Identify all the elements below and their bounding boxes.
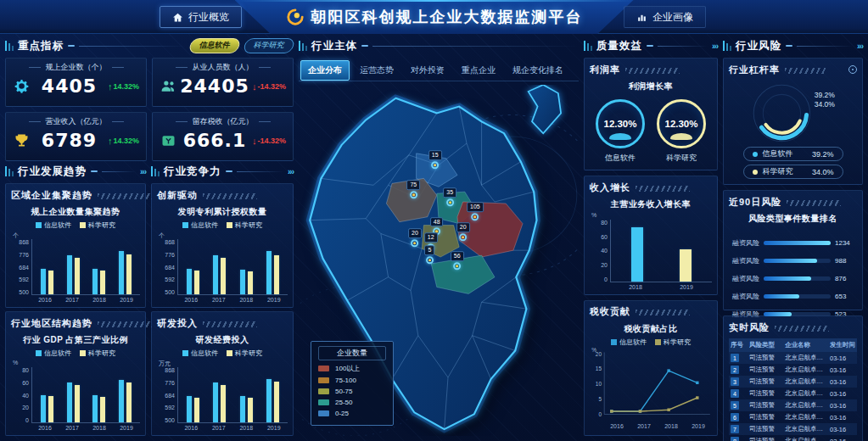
table-row[interactable]: 3司法预警北京启航卓越科技有限公司03-16	[729, 376, 857, 388]
panel-industry-competitiveness: 行业竞争力 ››› 创新驱动 发明专利累计授权数量 信息软件科学研究个86877…	[151, 163, 294, 436]
legend-dot	[753, 170, 758, 175]
chart-plot: %806040200	[11, 367, 140, 423]
chart-title: 主营业务收入增长率	[590, 198, 712, 210]
y-tick: 592	[165, 405, 175, 410]
bar	[274, 255, 279, 294]
subpanel-title: 研发投入	[157, 317, 198, 330]
risk-type-cell: 司法预警	[749, 401, 783, 410]
chart-legend: 信息软件科学研究	[157, 220, 288, 230]
marker-value: 75	[406, 180, 420, 190]
subpanel-tax-contribution: 税收贡献 税收贡献占比 信息软件科学研究%2015105020162017201…	[584, 300, 718, 436]
key-indicator-cards: 规上企业数（个）4405↑14.32%从业人员数（人）24405↓-14.32%…	[5, 58, 294, 161]
legend-swatch	[318, 388, 329, 394]
table-row[interactable]: 6司法预警北京启航卓越科技有限公司03-16	[729, 411, 857, 423]
map-marker[interactable]: 35	[443, 187, 456, 206]
chart-rnd-spend: 信息软件科学研究万元868776684592500201620172018201…	[157, 346, 288, 432]
tab-重点企业[interactable]: 重点企业	[455, 61, 502, 80]
gauge-label: 信息软件	[605, 153, 636, 164]
map-legend-item: 100以上	[318, 364, 386, 373]
nav-enterprise-portrait-button[interactable]: 企业画像	[624, 6, 706, 28]
table-row[interactable]: 2司法预警北京启航卓越科技有限公司03-16	[729, 364, 857, 376]
map-exclave[interactable]	[529, 85, 562, 133]
profit-gauge: 12.30%科学研究	[657, 99, 706, 166]
company-cell: 北京启航卓越科技有限公司	[785, 413, 828, 421]
y-tick: 684	[19, 265, 29, 271]
map-marker[interactable]: 20	[408, 228, 422, 247]
bar-fill	[764, 312, 792, 316]
chart-title: 利润增长率	[590, 81, 712, 92]
legend-swatch	[227, 350, 232, 356]
legend-swatch	[318, 366, 329, 371]
x-tick: 2017	[205, 295, 233, 304]
map-marker[interactable]: 20	[456, 222, 470, 241]
risk-type-cell: 司法预警	[749, 354, 783, 362]
bar	[92, 395, 98, 423]
competitiveness-more-icon[interactable]: ›››	[288, 167, 294, 176]
pin-icon	[410, 191, 417, 198]
risk-bar-row: 融资风险876	[729, 274, 857, 283]
quality-title: 质量效益	[596, 39, 642, 53]
tab-运营态势[interactable]: 运营态势	[353, 61, 400, 80]
svg-text:10: 10	[596, 381, 602, 387]
bar	[194, 271, 199, 294]
map-marker[interactable]: 5	[424, 245, 434, 264]
bar-group	[233, 239, 260, 294]
plot-area	[177, 239, 288, 295]
legend-swatch	[182, 350, 188, 356]
main-body-title: 行业主体	[311, 39, 357, 53]
risk-bar-row: 融资风险1234	[729, 238, 857, 248]
dev-trend-more-icon[interactable]: ›››	[140, 167, 146, 176]
bar	[48, 271, 53, 294]
tab-对外投资[interactable]: 对外投资	[404, 61, 451, 80]
bar	[92, 269, 98, 294]
table-row[interactable]: 5司法预警北京启航卓越科技有限公司03-16	[729, 399, 857, 411]
map-marker[interactable]: 56	[451, 251, 464, 270]
table-row[interactable]: 4司法预警北京启航卓越科技有限公司03-16	[729, 388, 857, 399]
axis-unit: %	[13, 360, 18, 366]
risk-type-cell: 司法预警	[749, 389, 783, 398]
risk-more-icon[interactable]: ›››	[857, 42, 863, 51]
toggle-science-research[interactable]: 科学研究	[243, 38, 295, 53]
gauge-wave	[609, 133, 631, 140]
bar-track	[764, 312, 831, 316]
risk-type-label: 融资风险	[729, 256, 759, 265]
table-row[interactable]: 1司法预警北京启航卓越科技有限公司03-16	[729, 352, 857, 364]
card-label: 规上企业数（个）	[13, 62, 139, 73]
map-legend: 企业数量 100以上75-10050-7525-500-25	[311, 341, 394, 426]
map-marker[interactable]: 75	[406, 180, 420, 198]
y-tick: 592	[19, 276, 29, 282]
bar-group	[613, 220, 662, 282]
map-marker[interactable]: 15	[428, 151, 442, 170]
legend-dot	[753, 152, 758, 157]
card-value: 4405	[42, 75, 97, 97]
x-tick: 2016	[177, 423, 205, 432]
title-ornament	[5, 41, 14, 51]
panel-key-indicators: 重点指标 信息软件 科学研究 规上企业数（个）4405↑14.32%从业人员数（…	[5, 37, 294, 161]
nav-industry-overview-button[interactable]: 行业概览	[160, 6, 242, 28]
leverage-legend-item: 科学研究34.0%	[743, 165, 843, 179]
chart-title: 发明专利累计授权数量	[157, 206, 288, 218]
legend-item: 科学研究	[655, 338, 691, 347]
tab-规企变化排名[interactable]: 规企变化排名	[506, 61, 570, 80]
risk-type-cell: 司法预警	[749, 366, 783, 374]
tab-企业分布[interactable]: 企业分布	[300, 60, 350, 81]
chart-plot: %806040200	[590, 220, 712, 282]
profit-gauge: 12.30%信息软件	[596, 99, 645, 166]
map-marker[interactable]: 105	[467, 202, 484, 220]
x-axis-labels: 2016201720182019	[31, 295, 140, 304]
toggle-info-software[interactable]: 信息软件	[188, 38, 241, 53]
key-indicators-header: 重点指标 信息软件 科学研究	[5, 37, 294, 54]
x-tick: 2017	[630, 423, 658, 432]
chart-legend: 信息软件科学研究	[590, 338, 712, 347]
table-row[interactable]: 8司法预警北京启航卓越科技有限公司03-16	[729, 435, 857, 441]
bar-track	[764, 259, 831, 263]
panel-quality-benefit: 质量效益 ››› 利润率 利润增长率 12.30%信息软件12.30%科学研究 …	[584, 37, 718, 436]
x-axis-labels: 2016201720182019	[31, 423, 140, 432]
chart-income-growth: %80604020020182019	[590, 210, 712, 291]
table-row[interactable]: 7司法预警北京启航卓越科技有限公司03-16	[729, 423, 857, 435]
x-tick: 2016	[31, 423, 59, 432]
quality-more-icon[interactable]: ›››	[712, 42, 718, 51]
row-index-badge: 8	[731, 437, 739, 441]
pin-icon	[459, 233, 467, 241]
info-icon[interactable]	[848, 65, 857, 74]
